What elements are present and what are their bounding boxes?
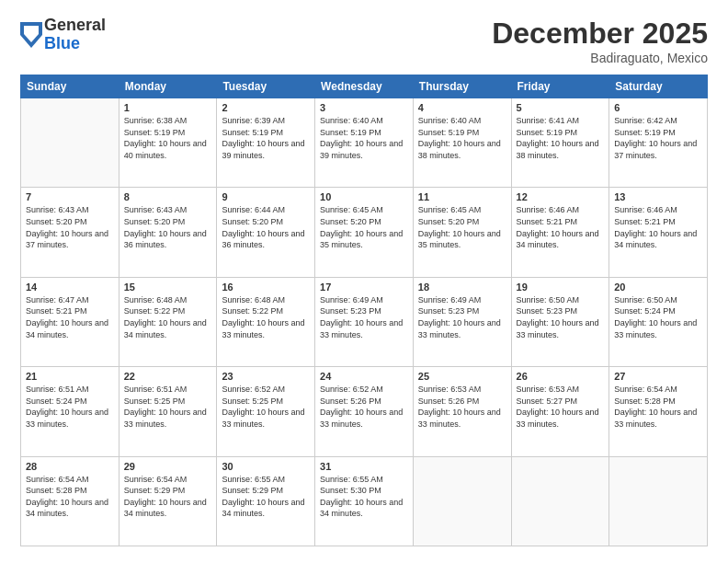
day-number: 2 [222, 102, 310, 113]
sunrise-text: Sunrise: 6:38 AM [124, 116, 188, 125]
sunset-text: Sunset: 5:26 PM [320, 396, 381, 406]
sunrise-text: Sunrise: 6:41 AM [517, 116, 580, 125]
sunrise-text: Sunrise: 6:50 AM [614, 295, 677, 304]
calendar-cell: 9 Sunrise: 6:44 AM Sunset: 5:20 PM Dayli… [217, 188, 315, 277]
sunset-text: Sunset: 5:19 PM [320, 128, 381, 137]
calendar-cell: 1 Sunrise: 6:38 AM Sunset: 5:19 PM Dayli… [119, 98, 217, 188]
sunrise-text: Sunrise: 6:53 AM [517, 385, 580, 394]
day-number: 3 [320, 102, 408, 113]
logo-general: General [44, 17, 106, 35]
sunset-text: Sunset: 5:25 PM [124, 396, 186, 406]
sunset-text: Sunset: 5:21 PM [26, 306, 87, 316]
cell-info: Sunrise: 6:55 AM Sunset: 5:30 PM Dayligh… [320, 474, 408, 520]
daylight-text: Daylight: 10 hours and 34 minutes. [124, 318, 207, 339]
day-number: 18 [418, 282, 506, 293]
sunset-text: Sunset: 5:21 PM [517, 217, 578, 226]
sunset-text: Sunset: 5:23 PM [320, 306, 381, 316]
page: General Blue December 2025 Badiraguato, … [0, 0, 728, 563]
daylight-text: Daylight: 10 hours and 34 minutes. [26, 498, 108, 519]
calendar-cell: 8 Sunrise: 6:43 AM Sunset: 5:20 PM Dayli… [119, 188, 217, 277]
daylight-text: Daylight: 10 hours and 39 minutes. [320, 139, 403, 160]
day-number: 28 [26, 461, 114, 472]
calendar-week-row: 7 Sunrise: 6:43 AM Sunset: 5:20 PM Dayli… [21, 188, 708, 277]
daylight-text: Daylight: 10 hours and 33 minutes. [418, 408, 501, 429]
cell-info: Sunrise: 6:51 AM Sunset: 5:24 PM Dayligh… [26, 384, 114, 430]
calendar-cell: 3 Sunrise: 6:40 AM Sunset: 5:19 PM Dayli… [315, 98, 414, 188]
cell-info: Sunrise: 6:53 AM Sunset: 5:26 PM Dayligh… [418, 384, 506, 430]
day-number: 15 [124, 282, 212, 293]
calendar-cell [609, 456, 708, 546]
cell-info: Sunrise: 6:40 AM Sunset: 5:19 PM Dayligh… [320, 115, 408, 161]
sunrise-text: Sunrise: 6:51 AM [124, 385, 188, 394]
sunrise-text: Sunrise: 6:43 AM [124, 205, 188, 214]
sunrise-text: Sunrise: 6:50 AM [517, 295, 580, 304]
sunset-text: Sunset: 5:20 PM [124, 217, 186, 226]
day-number: 5 [517, 102, 605, 113]
cell-info: Sunrise: 6:54 AM Sunset: 5:28 PM Dayligh… [614, 384, 702, 430]
calendar-cell: 24 Sunrise: 6:52 AM Sunset: 5:26 PM Dayl… [315, 367, 414, 456]
calendar-cell: 31 Sunrise: 6:55 AM Sunset: 5:30 PM Dayl… [315, 456, 414, 546]
sunset-text: Sunset: 5:26 PM [418, 396, 480, 406]
daylight-text: Daylight: 10 hours and 33 minutes. [614, 318, 697, 339]
day-number: 25 [418, 371, 506, 382]
day-header-wednesday: Wednesday [315, 75, 414, 98]
day-number: 12 [517, 191, 605, 202]
day-header-sunday: Sunday [21, 75, 119, 98]
sunrise-text: Sunrise: 6:47 AM [26, 295, 89, 304]
calendar-cell: 16 Sunrise: 6:48 AM Sunset: 5:22 PM Dayl… [217, 277, 315, 366]
day-header-friday: Friday [511, 75, 609, 98]
calendar-cell [511, 456, 609, 546]
calendar-cell: 29 Sunrise: 6:54 AM Sunset: 5:29 PM Dayl… [119, 456, 217, 546]
daylight-text: Daylight: 10 hours and 33 minutes. [418, 318, 501, 339]
cell-info: Sunrise: 6:52 AM Sunset: 5:26 PM Dayligh… [320, 384, 408, 430]
day-number: 6 [614, 102, 702, 113]
calendar-cell: 10 Sunrise: 6:45 AM Sunset: 5:20 PM Dayl… [315, 188, 414, 277]
day-number: 11 [418, 191, 506, 202]
sunset-text: Sunset: 5:28 PM [614, 396, 676, 406]
cell-info: Sunrise: 6:49 AM Sunset: 5:23 PM Dayligh… [418, 294, 506, 340]
calendar-cell: 12 Sunrise: 6:46 AM Sunset: 5:21 PM Dayl… [511, 188, 609, 277]
sunrise-text: Sunrise: 6:53 AM [418, 385, 482, 394]
sunset-text: Sunset: 5:20 PM [320, 217, 381, 226]
sunrise-text: Sunrise: 6:55 AM [320, 475, 383, 484]
sunrise-text: Sunrise: 6:48 AM [124, 295, 188, 304]
calendar-cell [21, 98, 119, 188]
cell-info: Sunrise: 6:45 AM Sunset: 5:20 PM Dayligh… [418, 204, 506, 250]
sunset-text: Sunset: 5:24 PM [614, 306, 676, 316]
sunset-text: Sunset: 5:22 PM [124, 306, 186, 316]
sunrise-text: Sunrise: 6:45 AM [320, 205, 383, 214]
day-number: 14 [26, 282, 114, 293]
sunset-text: Sunset: 5:25 PM [222, 396, 283, 406]
header: General Blue December 2025 Badiraguato, … [20, 17, 708, 65]
calendar-cell: 20 Sunrise: 6:50 AM Sunset: 5:24 PM Dayl… [609, 277, 708, 366]
day-number: 23 [222, 371, 310, 382]
location: Badiraguato, Mexico [492, 51, 708, 65]
cell-info: Sunrise: 6:50 AM Sunset: 5:24 PM Dayligh… [614, 294, 702, 340]
sunset-text: Sunset: 5:19 PM [124, 128, 186, 137]
calendar-cell: 17 Sunrise: 6:49 AM Sunset: 5:23 PM Dayl… [315, 277, 414, 366]
sunset-text: Sunset: 5:29 PM [222, 486, 283, 495]
daylight-text: Daylight: 10 hours and 37 minutes. [614, 139, 697, 160]
sunrise-text: Sunrise: 6:39 AM [222, 116, 285, 125]
sunrise-text: Sunrise: 6:44 AM [222, 205, 285, 214]
daylight-text: Daylight: 10 hours and 34 minutes. [124, 498, 207, 519]
calendar-cell: 2 Sunrise: 6:39 AM Sunset: 5:19 PM Dayli… [217, 98, 315, 188]
cell-info: Sunrise: 6:43 AM Sunset: 5:20 PM Dayligh… [26, 204, 114, 250]
title-block: December 2025 Badiraguato, Mexico [492, 17, 708, 65]
calendar-cell [413, 456, 511, 546]
day-number: 31 [320, 461, 408, 472]
cell-info: Sunrise: 6:40 AM Sunset: 5:19 PM Dayligh… [418, 115, 506, 161]
sunset-text: Sunset: 5:22 PM [222, 306, 283, 316]
sunrise-text: Sunrise: 6:40 AM [320, 116, 383, 125]
cell-info: Sunrise: 6:52 AM Sunset: 5:25 PM Dayligh… [222, 384, 310, 430]
calendar-cell: 18 Sunrise: 6:49 AM Sunset: 5:23 PM Dayl… [413, 277, 511, 366]
cell-info: Sunrise: 6:50 AM Sunset: 5:23 PM Dayligh… [517, 294, 605, 340]
cell-info: Sunrise: 6:49 AM Sunset: 5:23 PM Dayligh… [320, 294, 408, 340]
cell-info: Sunrise: 6:48 AM Sunset: 5:22 PM Dayligh… [222, 294, 310, 340]
cell-info: Sunrise: 6:46 AM Sunset: 5:21 PM Dayligh… [614, 204, 702, 250]
daylight-text: Daylight: 10 hours and 33 minutes. [124, 408, 207, 429]
day-number: 9 [222, 191, 310, 202]
calendar-cell: 26 Sunrise: 6:53 AM Sunset: 5:27 PM Dayl… [511, 367, 609, 456]
calendar-cell: 11 Sunrise: 6:45 AM Sunset: 5:20 PM Dayl… [413, 188, 511, 277]
daylight-text: Daylight: 10 hours and 33 minutes. [320, 318, 403, 339]
